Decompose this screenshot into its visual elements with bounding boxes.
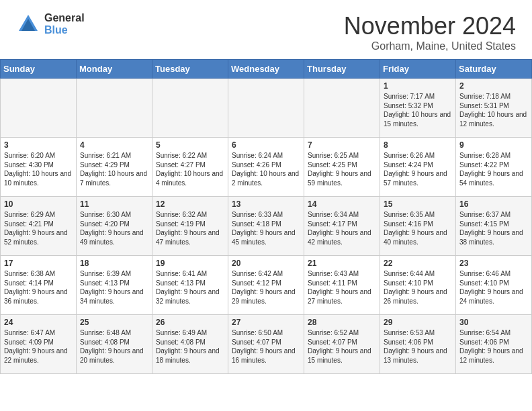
day-number: 9 bbox=[459, 140, 528, 150]
calendar-day-cell: 11Sunrise: 6:30 AM Sunset: 4:20 PM Dayli… bbox=[77, 197, 152, 256]
calendar-header-cell: Sunday bbox=[1, 60, 77, 79]
calendar-day-cell: 26Sunrise: 6:49 AM Sunset: 4:08 PM Dayli… bbox=[152, 315, 228, 374]
calendar-header-cell: Wednesday bbox=[228, 60, 304, 79]
calendar-header-cell: Monday bbox=[77, 60, 152, 79]
calendar-day-cell: 3Sunrise: 6:20 AM Sunset: 4:30 PM Daylig… bbox=[1, 138, 77, 197]
day-info: Sunrise: 6:42 AM Sunset: 4:12 PM Dayligh… bbox=[232, 269, 300, 306]
day-number: 7 bbox=[308, 140, 376, 150]
calendar-day-cell: 5Sunrise: 6:22 AM Sunset: 4:27 PM Daylig… bbox=[152, 138, 228, 197]
day-number: 5 bbox=[156, 140, 224, 150]
day-info: Sunrise: 6:44 AM Sunset: 4:10 PM Dayligh… bbox=[384, 269, 452, 306]
calendar-day-cell: 10Sunrise: 6:29 AM Sunset: 4:21 PM Dayli… bbox=[1, 197, 77, 256]
day-number: 21 bbox=[308, 259, 376, 268]
day-info: Sunrise: 6:33 AM Sunset: 4:18 PM Dayligh… bbox=[232, 210, 300, 246]
day-info: Sunrise: 6:34 AM Sunset: 4:17 PM Dayligh… bbox=[308, 210, 376, 246]
day-info: Sunrise: 6:25 AM Sunset: 4:25 PM Dayligh… bbox=[308, 151, 376, 187]
day-number: 27 bbox=[232, 318, 300, 327]
calendar-day-cell: 30Sunrise: 6:54 AM Sunset: 4:06 PM Dayli… bbox=[456, 315, 532, 374]
calendar-day-cell bbox=[228, 79, 304, 138]
logo: General Blue bbox=[16, 12, 85, 36]
calendar-week-row: 3Sunrise: 6:20 AM Sunset: 4:30 PM Daylig… bbox=[1, 138, 532, 197]
day-number: 30 bbox=[459, 318, 528, 327]
day-info: Sunrise: 6:47 AM Sunset: 4:09 PM Dayligh… bbox=[4, 328, 73, 365]
day-number: 28 bbox=[308, 318, 376, 327]
calendar-day-cell: 16Sunrise: 6:37 AM Sunset: 4:15 PM Dayli… bbox=[456, 197, 532, 256]
calendar-header-cell: Saturday bbox=[456, 60, 532, 79]
day-info: Sunrise: 6:20 AM Sunset: 4:30 PM Dayligh… bbox=[4, 151, 73, 187]
logo-general-text: General bbox=[44, 12, 85, 24]
calendar-day-cell bbox=[152, 79, 228, 138]
day-number: 6 bbox=[232, 140, 300, 150]
day-info: Sunrise: 6:24 AM Sunset: 4:26 PM Dayligh… bbox=[232, 151, 300, 187]
calendar-day-cell bbox=[304, 79, 380, 138]
day-info: Sunrise: 6:49 AM Sunset: 4:08 PM Dayligh… bbox=[156, 328, 224, 365]
calendar-header-cell: Tuesday bbox=[152, 60, 228, 79]
calendar-day-cell: 1Sunrise: 7:17 AM Sunset: 5:32 PM Daylig… bbox=[380, 79, 456, 138]
day-info: Sunrise: 6:38 AM Sunset: 4:14 PM Dayligh… bbox=[4, 269, 73, 306]
day-info: Sunrise: 6:52 AM Sunset: 4:07 PM Dayligh… bbox=[308, 328, 376, 365]
day-number: 14 bbox=[308, 199, 376, 209]
day-info: Sunrise: 6:22 AM Sunset: 4:27 PM Dayligh… bbox=[156, 151, 224, 187]
calendar-day-cell: 25Sunrise: 6:48 AM Sunset: 4:08 PM Dayli… bbox=[77, 315, 152, 374]
calendar-day-cell: 22Sunrise: 6:44 AM Sunset: 4:10 PM Dayli… bbox=[380, 256, 456, 315]
day-number: 25 bbox=[80, 318, 148, 327]
day-number: 23 bbox=[459, 259, 528, 268]
calendar-day-cell: 14Sunrise: 6:34 AM Sunset: 4:17 PM Dayli… bbox=[304, 197, 380, 256]
day-info: Sunrise: 6:29 AM Sunset: 4:21 PM Dayligh… bbox=[4, 210, 73, 246]
calendar-day-cell: 13Sunrise: 6:33 AM Sunset: 4:18 PM Dayli… bbox=[228, 197, 304, 256]
calendar-day-cell: 21Sunrise: 6:43 AM Sunset: 4:11 PM Dayli… bbox=[304, 256, 380, 315]
day-number: 16 bbox=[459, 199, 528, 209]
calendar-day-cell: 15Sunrise: 6:35 AM Sunset: 4:16 PM Dayli… bbox=[380, 197, 456, 256]
calendar-header: SundayMondayTuesdayWednesdayThursdayFrid… bbox=[1, 60, 532, 79]
day-info: Sunrise: 6:35 AM Sunset: 4:16 PM Dayligh… bbox=[384, 210, 452, 246]
calendar-week-row: 10Sunrise: 6:29 AM Sunset: 4:21 PM Dayli… bbox=[1, 197, 532, 256]
calendar-day-cell: 7Sunrise: 6:25 AM Sunset: 4:25 PM Daylig… bbox=[304, 138, 380, 197]
day-info: Sunrise: 6:28 AM Sunset: 4:22 PM Dayligh… bbox=[459, 151, 528, 187]
day-number: 18 bbox=[80, 259, 148, 268]
day-number: 3 bbox=[4, 140, 73, 150]
day-info: Sunrise: 6:54 AM Sunset: 4:06 PM Dayligh… bbox=[459, 328, 528, 365]
title-block: November 2024 Gorham, Maine, United Stat… bbox=[344, 12, 516, 52]
day-info: Sunrise: 6:26 AM Sunset: 4:24 PM Dayligh… bbox=[384, 151, 452, 187]
day-number: 19 bbox=[156, 259, 224, 268]
calendar-week-row: 24Sunrise: 6:47 AM Sunset: 4:09 PM Dayli… bbox=[1, 315, 532, 374]
calendar-day-cell: 29Sunrise: 6:53 AM Sunset: 4:06 PM Dayli… bbox=[380, 315, 456, 374]
day-number: 13 bbox=[232, 199, 300, 209]
calendar-day-cell: 6Sunrise: 6:24 AM Sunset: 4:26 PM Daylig… bbox=[228, 138, 304, 197]
day-number: 1 bbox=[384, 81, 452, 91]
calendar-day-cell: 2Sunrise: 7:18 AM Sunset: 5:31 PM Daylig… bbox=[456, 79, 532, 138]
day-info: Sunrise: 6:37 AM Sunset: 4:15 PM Dayligh… bbox=[459, 210, 528, 246]
calendar-day-cell: 28Sunrise: 6:52 AM Sunset: 4:07 PM Dayli… bbox=[304, 315, 380, 374]
day-info: Sunrise: 6:43 AM Sunset: 4:11 PM Dayligh… bbox=[308, 269, 376, 306]
calendar-day-cell: 27Sunrise: 6:50 AM Sunset: 4:07 PM Dayli… bbox=[228, 315, 304, 374]
day-info: Sunrise: 6:30 AM Sunset: 4:20 PM Dayligh… bbox=[80, 210, 148, 246]
day-info: Sunrise: 6:53 AM Sunset: 4:06 PM Dayligh… bbox=[384, 328, 452, 365]
day-info: Sunrise: 6:21 AM Sunset: 4:29 PM Dayligh… bbox=[80, 151, 148, 187]
calendar-table: SundayMondayTuesdayWednesdayThursdayFrid… bbox=[0, 59, 532, 374]
calendar-day-cell bbox=[1, 79, 77, 138]
day-number: 17 bbox=[4, 259, 73, 268]
day-number: 4 bbox=[80, 140, 148, 150]
calendar-day-cell: 8Sunrise: 6:26 AM Sunset: 4:24 PM Daylig… bbox=[380, 138, 456, 197]
page-header: General Blue November 2024 Gorham, Maine… bbox=[0, 0, 532, 59]
calendar-day-cell: 12Sunrise: 6:32 AM Sunset: 4:19 PM Dayli… bbox=[152, 197, 228, 256]
day-number: 8 bbox=[384, 140, 452, 150]
day-info: Sunrise: 6:41 AM Sunset: 4:13 PM Dayligh… bbox=[156, 269, 224, 306]
day-info: Sunrise: 6:50 AM Sunset: 4:07 PM Dayligh… bbox=[232, 328, 300, 365]
calendar-week-row: 17Sunrise: 6:38 AM Sunset: 4:14 PM Dayli… bbox=[1, 256, 532, 315]
day-number: 20 bbox=[232, 259, 300, 268]
day-number: 11 bbox=[80, 199, 148, 209]
day-number: 26 bbox=[156, 318, 224, 327]
calendar-week-row: 1Sunrise: 7:17 AM Sunset: 5:32 PM Daylig… bbox=[1, 79, 532, 138]
calendar-body: 1Sunrise: 7:17 AM Sunset: 5:32 PM Daylig… bbox=[1, 79, 532, 374]
calendar-day-cell: 19Sunrise: 6:41 AM Sunset: 4:13 PM Dayli… bbox=[152, 256, 228, 315]
day-number: 24 bbox=[4, 318, 73, 327]
day-info: Sunrise: 6:48 AM Sunset: 4:08 PM Dayligh… bbox=[80, 328, 148, 365]
calendar-day-cell: 4Sunrise: 6:21 AM Sunset: 4:29 PM Daylig… bbox=[77, 138, 152, 197]
calendar-header-cell: Friday bbox=[380, 60, 456, 79]
day-info: Sunrise: 7:18 AM Sunset: 5:31 PM Dayligh… bbox=[459, 92, 528, 128]
logo-blue-text: Blue bbox=[44, 24, 85, 36]
calendar-day-cell bbox=[77, 79, 152, 138]
day-number: 2 bbox=[459, 81, 528, 91]
calendar-day-cell: 24Sunrise: 6:47 AM Sunset: 4:09 PM Dayli… bbox=[1, 315, 77, 374]
